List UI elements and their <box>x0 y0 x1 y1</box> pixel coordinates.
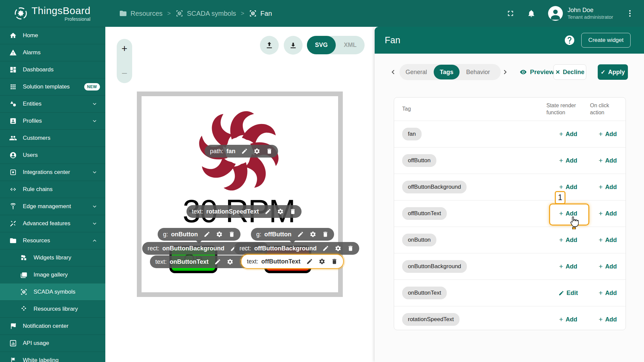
tabs: General Tags Behavior Properties <box>399 64 501 80</box>
pencil-icon[interactable] <box>306 258 313 265</box>
breadcrumb-fan[interactable]: Fan <box>249 9 272 17</box>
trash-icon[interactable] <box>347 245 354 252</box>
add-state-render-button[interactable]: +Add <box>559 237 577 244</box>
gear-icon[interactable] <box>216 231 223 238</box>
trash-icon[interactable] <box>322 231 329 238</box>
preview-button[interactable]: Preview <box>520 68 554 76</box>
sidebar-item-home[interactable]: Home <box>0 27 105 44</box>
sidebar-item-white-labeling[interactable]: White labeling <box>0 352 105 362</box>
trash-icon[interactable] <box>266 148 273 155</box>
sidebar-item-resources-library[interactable]: Resources library <box>0 300 105 317</box>
zoom-in-button[interactable]: + <box>121 44 127 54</box>
add-click-action-button[interactable]: +Add <box>599 316 617 323</box>
sidebar-item-integrations-center[interactable]: Integrations center <box>0 164 105 181</box>
resources-library-icon <box>20 305 28 313</box>
toggle-xml[interactable]: XML <box>336 36 365 54</box>
sidebar-item-edge-management[interactable]: Edge management <box>0 198 105 215</box>
tab-properties-clipped[interactable]: Properties <box>496 64 501 80</box>
breadcrumb-resources[interactable]: Resources <box>119 9 163 17</box>
tag-chip: offButton <box>402 154 436 167</box>
zoom-out-button[interactable]: − <box>121 68 127 78</box>
gear-icon[interactable] <box>319 258 325 265</box>
gear-icon[interactable] <box>310 231 316 238</box>
plus-icon: + <box>599 316 603 323</box>
edit-state-render-button[interactable]: Edit <box>558 290 578 297</box>
sidebar-item-customers[interactable]: Customers <box>0 129 105 146</box>
symbol-details-panel: Fan Create widget General Tags Behavior … <box>375 27 644 362</box>
sidebar-item-notification-center[interactable]: Notification center <box>0 317 105 335</box>
add-state-render-button[interactable]: +Add <box>559 316 577 323</box>
breadcrumb-separator: > <box>167 10 171 17</box>
add-state-render-button[interactable]: +Add <box>559 210 577 217</box>
add-click-action-button[interactable]: +Add <box>599 157 617 164</box>
tab-general[interactable]: General <box>399 64 433 80</box>
add-state-render-button[interactable]: +Add <box>559 263 577 270</box>
table-row-onButtonBackground: onButtonBackground +Add +Add <box>394 253 626 280</box>
sidebar-item-rule-chains[interactable]: Rule chains <box>0 181 105 198</box>
gear-icon[interactable] <box>254 148 260 155</box>
table-row-onButtonText: onButtonText Edit +Add <box>394 280 626 306</box>
sidebar-item-users[interactable]: Users <box>0 146 105 164</box>
gear-icon[interactable] <box>277 208 284 215</box>
avatar[interactable] <box>548 6 563 21</box>
sidebar-item-advanced-features[interactable]: Advanced features <box>0 215 105 232</box>
pencil-icon[interactable] <box>214 258 221 265</box>
add-state-render-button[interactable]: +Add <box>559 131 577 138</box>
sidebar-item-alarms[interactable]: Alarms <box>0 44 105 61</box>
pencil-icon[interactable] <box>322 245 329 252</box>
more-menu-button[interactable] <box>622 5 638 21</box>
tab-behavior[interactable]: Behavior <box>460 64 496 80</box>
sidebar-item-scada-symbols[interactable]: SCADA symbols <box>0 283 105 300</box>
pencil-icon[interactable] <box>297 231 304 238</box>
trash-icon[interactable] <box>228 231 235 238</box>
download-button[interactable] <box>284 36 303 55</box>
sidebar-item-profiles[interactable]: Profiles <box>0 112 105 129</box>
breadcrumb-scada-symbols[interactable]: SCADA symbols <box>175 9 236 17</box>
add-click-action-button[interactable]: +Add <box>599 210 617 217</box>
tabs-scroll-right-icon[interactable] <box>501 68 509 76</box>
sidebar-item-resources[interactable]: Resources <box>0 232 105 249</box>
help-icon[interactable] <box>564 35 575 46</box>
notification-icon <box>9 322 17 330</box>
add-state-render-button[interactable]: +Add <box>559 157 577 164</box>
pencil-icon[interactable] <box>241 148 248 155</box>
chip-on-button-text: text:onButtonText <box>150 255 251 268</box>
upload-button[interactable] <box>260 36 279 55</box>
sidebar-item-dashboards[interactable]: Dashboards <box>0 61 105 78</box>
sidebar-item-image-gallery[interactable]: Image gallery <box>0 266 105 283</box>
sidebar-item-entities[interactable]: Entities <box>0 95 105 112</box>
sidebar-item-api-usage[interactable]: API usage <box>0 335 105 352</box>
add-click-action-button[interactable]: +Add <box>599 237 617 244</box>
fullscreen-button[interactable] <box>502 5 519 21</box>
sidebar-item-solution-templates[interactable]: Solution templatesNEW <box>0 78 105 95</box>
notifications-button[interactable] <box>523 5 539 21</box>
check-icon: ✓ <box>601 69 605 76</box>
plus-icon: + <box>599 236 603 243</box>
gear-icon[interactable] <box>227 258 233 265</box>
apply-button[interactable]: ✓ Apply <box>598 64 628 80</box>
pencil-icon[interactable] <box>265 208 271 215</box>
tab-tags[interactable]: Tags <box>434 65 460 79</box>
tag-chip: onButtonBackground <box>402 260 467 273</box>
breadcrumb-separator: > <box>241 10 245 17</box>
column-on-click-action: On click action <box>590 102 626 116</box>
app-root: ThingsBoard Professional Home Alarms Das… <box>0 0 644 362</box>
create-widget-button[interactable]: Create widget <box>581 33 631 48</box>
chevron-down-icon <box>91 101 98 107</box>
trash-icon[interactable] <box>289 208 296 215</box>
gear-icon[interactable] <box>335 245 341 252</box>
add-click-action-button[interactable]: +Add <box>599 184 617 191</box>
sidebar-item-widgets-library[interactable]: Widgets library <box>0 249 105 266</box>
trash-icon[interactable] <box>331 258 338 265</box>
rule-chains-icon <box>9 186 17 193</box>
tabs-scroll-left-icon[interactable] <box>389 68 397 76</box>
table-row-onButton: onButton +Add +Add <box>394 227 626 253</box>
add-click-action-button[interactable]: +Add <box>599 131 617 138</box>
add-state-render-button[interactable]: +Add <box>559 184 577 191</box>
add-click-action-button[interactable]: +Add <box>599 290 617 297</box>
alarms-icon <box>9 49 17 56</box>
add-click-action-button[interactable]: +Add <box>599 263 617 270</box>
toggle-svg[interactable]: SVG <box>307 36 336 54</box>
pencil-icon[interactable] <box>204 231 210 238</box>
decline-button[interactable]: ✕ Decline <box>553 64 586 80</box>
